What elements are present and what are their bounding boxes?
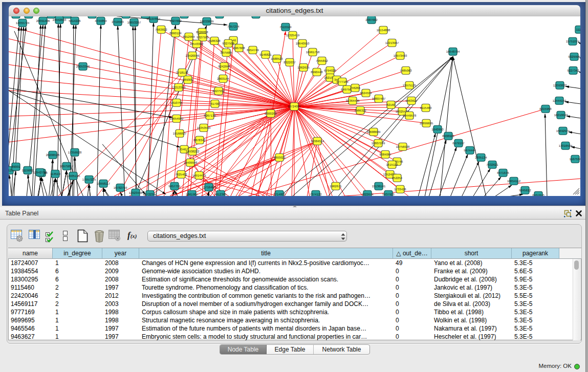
svg-text:9329996: 9329996: [568, 55, 580, 58]
svg-text:10958117: 10958117: [97, 182, 111, 185]
svg-text:8427552: 8427552: [212, 89, 225, 93]
svg-text:15716485: 15716485: [202, 185, 216, 189]
svg-text:13975125: 13975125: [403, 83, 417, 87]
svg-text:13449578: 13449578: [403, 114, 417, 117]
svg-text:8707870: 8707870: [532, 193, 545, 195]
svg-text:10653267: 10653267: [127, 20, 141, 24]
svg-text:8215958: 8215958: [539, 107, 552, 111]
svg-text:10899695: 10899695: [420, 121, 433, 125]
svg-text:1962671: 1962671: [330, 184, 342, 188]
svg-text:89001: 89001: [12, 165, 20, 168]
svg-text:2935134: 2935134: [475, 156, 487, 159]
svg-text:17016504: 17016504: [559, 144, 573, 147]
svg-text:21364436: 21364436: [346, 99, 360, 102]
svg-text:19654982: 19654982: [170, 117, 184, 120]
svg-text:62160: 62160: [387, 103, 396, 106]
svg-text:15136141: 15136141: [372, 184, 386, 188]
svg-text:746266: 746266: [350, 86, 361, 90]
svg-text:18724007: 18724007: [288, 105, 301, 108]
svg-text:8878342: 8878342: [193, 138, 206, 142]
svg-text:18807249: 18807249: [372, 141, 385, 145]
svg-text:18640910: 18640910: [296, 41, 310, 45]
svg-text:10688609: 10688609: [367, 130, 381, 134]
svg-text:19166827: 19166827: [173, 132, 187, 135]
svg-text:12213967: 12213967: [385, 41, 399, 45]
svg-text:8912954: 8912954: [183, 35, 195, 38]
svg-text:24942603: 24942603: [53, 18, 67, 21]
svg-text:9327508: 9327508: [222, 41, 234, 45]
svg-text:17359928: 17359928: [68, 150, 82, 154]
svg-text:16543382: 16543382: [190, 42, 204, 46]
svg-text:14914479: 14914479: [192, 173, 206, 177]
svg-text:41700: 41700: [211, 102, 220, 105]
svg-text:12093822: 12093822: [553, 83, 567, 87]
svg-text:7022674: 7022674: [361, 192, 374, 195]
svg-text:1362615: 1362615: [297, 65, 310, 69]
svg-text:9777169: 9777169: [336, 80, 349, 83]
svg-text:17957225: 17957225: [82, 178, 96, 181]
svg-text:7955812: 7955812: [316, 59, 328, 62]
svg-text:2719583: 2719583: [112, 20, 124, 24]
svg-text:12905135: 12905135: [67, 174, 80, 178]
svg-text:14055724: 14055724: [16, 21, 30, 25]
svg-text:252254: 252254: [392, 176, 403, 180]
svg-text:10975857: 10975857: [60, 164, 74, 168]
svg-text:7515524: 7515524: [279, 25, 292, 29]
svg-text:1733426: 1733426: [394, 187, 406, 191]
svg-text:2967608: 2967608: [233, 46, 245, 50]
svg-text:16782759: 16782759: [114, 186, 127, 189]
svg-text:9115460: 9115460: [420, 106, 432, 110]
svg-text:7357274: 7357274: [227, 25, 239, 28]
svg-text:7625402: 7625402: [175, 172, 187, 176]
svg-text:16033809: 16033809: [200, 19, 214, 23]
svg-text:8471676: 8471676: [497, 171, 509, 174]
svg-text:10756928: 10756928: [396, 145, 410, 148]
svg-text:9457791: 9457791: [168, 184, 181, 188]
svg-text:15751074: 15751074: [566, 39, 580, 43]
svg-text:3624554: 3624554: [360, 91, 372, 95]
svg-text:10654112: 10654112: [507, 179, 521, 183]
svg-text:12444159: 12444159: [553, 99, 567, 102]
svg-text:9893022: 9893022: [273, 156, 286, 159]
svg-text:1588520: 1588520: [271, 57, 283, 60]
svg-text:9084067: 9084067: [379, 152, 391, 156]
svg-text:66722344: 66722344: [143, 192, 157, 195]
svg-text:12942757: 12942757: [33, 170, 47, 174]
svg-text:19384554: 19384554: [311, 139, 324, 143]
svg-text:9242848: 9242848: [218, 64, 230, 68]
svg-text:6479197: 6479197: [452, 141, 465, 145]
svg-text:9245612: 9245612: [519, 188, 531, 192]
svg-text:15353594: 15353594: [197, 126, 211, 129]
svg-text:7632621: 7632621: [486, 163, 498, 166]
svg-text:11325419: 11325419: [286, 33, 300, 37]
svg-text:6794028: 6794028: [324, 69, 336, 72]
svg-text:5437923: 5437923: [382, 192, 395, 195]
svg-text:20053346: 20053346: [76, 64, 90, 68]
svg-text:2803144: 2803144: [217, 77, 229, 80]
svg-text:7986322: 7986322: [354, 108, 366, 112]
svg-text:16154808: 16154808: [377, 28, 390, 32]
svg-text:1167534: 1167534: [570, 157, 580, 161]
svg-text:14938222: 14938222: [186, 149, 200, 153]
svg-text:1327602: 1327602: [169, 19, 182, 23]
svg-text:10973493: 10973493: [394, 54, 407, 57]
svg-text:114519: 114519: [50, 172, 60, 176]
svg-text:12213369: 12213369: [172, 85, 186, 89]
svg-text:2718170: 2718170: [176, 71, 188, 74]
svg-text:8660124: 8660124: [169, 31, 182, 35]
svg-text:9227342: 9227342: [567, 69, 579, 72]
svg-text:1610755: 1610755: [170, 101, 183, 104]
svg-text:4612365: 4612365: [214, 192, 227, 195]
svg-text:989301: 989301: [183, 78, 193, 81]
svg-text:1640950: 1640950: [431, 127, 444, 131]
svg-text:2087682: 2087682: [365, 18, 378, 21]
svg-text:9474444: 9474444: [464, 148, 476, 152]
svg-text:4744854: 4744854: [95, 19, 107, 23]
svg-text:1112: 1112: [576, 28, 580, 31]
svg-text:8322037: 8322037: [284, 60, 296, 64]
svg-text:15409948: 15409948: [184, 161, 198, 164]
svg-text:20206526: 20206526: [46, 153, 60, 157]
svg-text:23420046: 23420046: [186, 54, 200, 57]
svg-text:10807487: 10807487: [372, 97, 386, 100]
svg-text:9327505: 9327505: [197, 35, 209, 39]
